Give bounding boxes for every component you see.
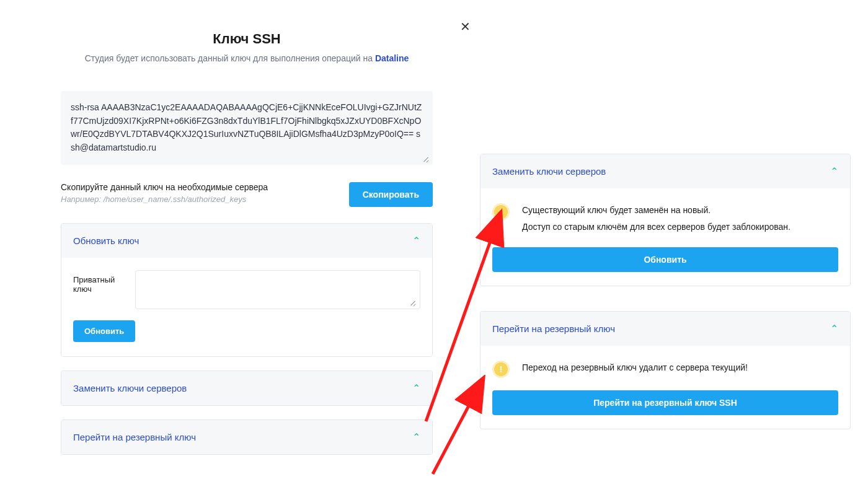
accordion-header-update[interactable]: Обновить ключ ⌃ <box>61 224 432 258</box>
right-panel: Заменить ключи серверов ⌃ ! Существующий… <box>480 154 851 454</box>
form-row-private-key: Приватный ключ <box>73 270 420 309</box>
accordion-header-replace-right[interactable]: Заменить ключи серверов ⌃ <box>480 154 850 188</box>
warning-icon: ! <box>492 361 510 378</box>
accordion-title-replace-right: Заменить ключи серверов <box>492 166 606 177</box>
accordion-header-replace[interactable]: Заменить ключи серверов ⌃ <box>61 371 432 405</box>
alert-text-replace: Существующий ключ будет заменён на новый… <box>522 202 838 235</box>
chevron-up-icon: ⌃ <box>412 235 420 247</box>
page-title: Ключ SSH <box>61 31 433 47</box>
ssh-key-value: ssh-rsa AAAAB3NzaC1yc2EAAAADAQABAAAAgQCj… <box>71 102 422 152</box>
alert-line2: Доступ со старым ключём для всех серверо… <box>522 222 790 232</box>
chevron-up-icon: ⌃ <box>412 382 420 394</box>
backup-switch-button[interactable]: Перейти на резервный ключ SSH <box>492 390 838 415</box>
svg-line-3 <box>433 382 481 474</box>
subtitle-brand: Dataline <box>375 53 409 63</box>
resize-handle-icon[interactable] <box>409 299 416 306</box>
copy-info: Скопируйте данный ключ на необходимые се… <box>61 182 349 204</box>
private-key-textarea[interactable] <box>135 270 420 309</box>
accordion-replace-expanded: Заменить ключи серверов ⌃ ! Существующий… <box>480 154 851 286</box>
arrow-annotation-2 <box>427 375 489 480</box>
copy-example: Например: /home/user_name/.ssh/authorize… <box>61 195 349 204</box>
accordion-replace-keys: Заменить ключи серверов ⌃ <box>61 371 433 406</box>
accordion-header-backup[interactable]: Перейти на резервный ключ ⌃ <box>61 420 432 454</box>
accordion-title-backup: Перейти на резервный ключ <box>73 432 196 442</box>
chevron-up-icon: ⌃ <box>412 431 420 443</box>
accordion-title-replace: Заменить ключи серверов <box>73 383 187 393</box>
accordion-update-key: Обновить ключ ⌃ Приватный ключ Обновить <box>61 223 433 357</box>
ssh-key-textarea[interactable]: ssh-rsa AAAAB3NzaC1yc2EAAAADAQABAAAAgQCj… <box>61 91 433 165</box>
alert-line1: Существующий ключ будет заменён на новый… <box>522 205 711 215</box>
copy-row: Скопируйте данный ключ на необходимые се… <box>61 182 433 207</box>
private-key-label: Приватный ключ <box>73 270 124 294</box>
accordion-title-update: Обновить ключ <box>73 235 139 246</box>
alert-replace: ! Существующий ключ будет заменён на нов… <box>492 202 838 235</box>
copy-button[interactable]: Скопировать <box>349 182 433 207</box>
accordion-backup-expanded: Перейти на резервный ключ ⌃ ! Переход на… <box>480 311 851 429</box>
close-icon[interactable]: ✕ <box>460 20 471 33</box>
warning-icon: ! <box>492 203 510 221</box>
page-subtitle: Студия будет использовать данный ключ дл… <box>61 53 433 63</box>
accordion-backup-key: Перейти на резервный ключ ⌃ <box>61 419 433 455</box>
replace-update-button[interactable]: Обновить <box>492 247 838 272</box>
accordion-body-replace-right: ! Существующий ключ будет заменён на нов… <box>480 188 850 286</box>
alert-backup: ! Переход на резервный ключ удалит с сер… <box>492 359 838 378</box>
accordion-header-backup-right[interactable]: Перейти на резервный ключ ⌃ <box>480 312 850 346</box>
copy-label: Скопируйте данный ключ на необходимые се… <box>61 182 349 192</box>
alert-text-backup: Переход на резервный ключ удалит с серве… <box>522 359 838 376</box>
accordion-body-update: Приватный ключ Обновить <box>61 258 432 356</box>
resize-handle-icon[interactable] <box>422 155 429 162</box>
accordion-body-backup-right: ! Переход на резервный ключ удалит с сер… <box>480 346 850 429</box>
accordion-title-backup-right: Перейти на резервный ключ <box>492 323 615 334</box>
chevron-up-icon: ⌃ <box>830 165 838 177</box>
left-panel: Ключ SSH Студия будет использовать данны… <box>61 31 433 468</box>
subtitle-prefix: Студия будет использовать данный ключ дл… <box>85 53 375 63</box>
update-key-button[interactable]: Обновить <box>73 320 135 342</box>
chevron-up-icon: ⌃ <box>830 323 838 335</box>
